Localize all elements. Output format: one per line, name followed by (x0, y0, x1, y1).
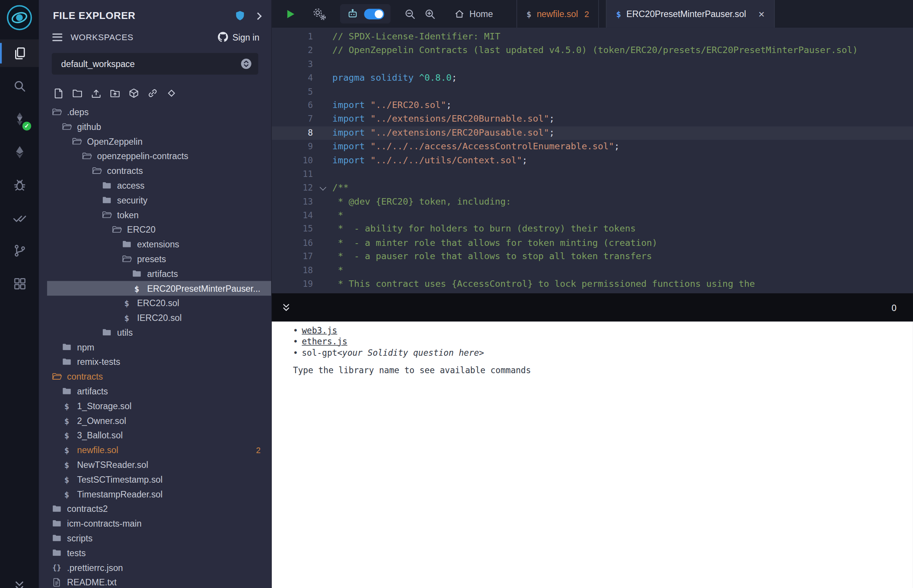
new-folder-icon[interactable] (72, 87, 83, 99)
code-line-text: * - a pauser role that allows to stop al… (332, 250, 913, 264)
terminal-link[interactable]: ethers.js (302, 336, 347, 347)
tree-item-contracts[interactable]: contracts (47, 163, 271, 178)
code-line[interactable]: 3 (272, 58, 913, 71)
tree-item-extensions[interactable]: extensions (47, 237, 271, 252)
tree-item-utils[interactable]: utils (47, 325, 271, 340)
tree-item-readme-txt[interactable]: README.txt (47, 575, 271, 588)
tree-item-contracts2[interactable]: contracts2 (47, 501, 271, 516)
expand-terminal-icon[interactable] (281, 302, 291, 312)
terminal-output[interactable]: •web3.js•ethers.js•sol-gpt <your Solidit… (272, 321, 913, 588)
sidebar-item-deploy-run[interactable] (0, 138, 39, 166)
code-line[interactable]: 5 (272, 85, 913, 99)
sidebar-item-solidity-compiler[interactable]: ✓ (0, 105, 39, 133)
tree-item-timestampreader-sol[interactable]: $TimestampReader.sol (47, 487, 271, 502)
settings-gears-icon[interactable] (312, 6, 327, 21)
fold-gutter (313, 30, 332, 44)
remix-logo[interactable] (6, 4, 33, 31)
tree-item-scripts[interactable]: scripts (47, 531, 271, 546)
tree-item-deps[interactable]: .deps (47, 105, 271, 120)
tree-item-prettierrc-json[interactable]: {}.prettierrc.json (47, 561, 271, 575)
upload-folder-icon[interactable] (110, 87, 121, 99)
collapse-sidebar-icon[interactable] (0, 580, 39, 588)
ai-copilot-toggle[interactable] (340, 4, 390, 24)
code-line[interactable]: 16 * - a minter role that allows for tok… (272, 236, 913, 250)
tree-item-openzeppelin-contracts[interactable]: openzeppelin-contracts (47, 149, 271, 164)
run-script-button[interactable] (283, 7, 296, 20)
zoom-in-button[interactable] (424, 7, 436, 20)
tree-item-contracts[interactable]: contracts (47, 369, 271, 384)
tree-item-testsctimestamp-sol[interactable]: $TestSCTimestamp.sol (47, 472, 271, 487)
tree-item-remix-tests[interactable]: remix-tests (47, 355, 271, 369)
sidebar-item-file-explorer[interactable] (0, 39, 39, 67)
sidebar-item-unit-testing[interactable] (0, 204, 39, 231)
menu-icon[interactable] (52, 33, 62, 41)
tree-item-access[interactable]: access (47, 178, 271, 193)
sign-in-button[interactable]: Sign in (218, 32, 259, 42)
code-line[interactable]: 14 * (272, 209, 913, 222)
tree-item-artifacts[interactable]: artifacts (47, 267, 271, 281)
code-line-text (332, 168, 913, 181)
file-explorer-icon (12, 46, 27, 61)
sidebar-item-search[interactable] (0, 73, 39, 100)
code-line[interactable]: 4pragma solidity ^0.8.0; (272, 71, 913, 85)
json-file-icon: {} (52, 563, 62, 572)
terminal-link[interactable]: web3.js (302, 325, 337, 336)
tab-home[interactable]: Home (450, 0, 496, 27)
tree-item-tests[interactable]: tests (47, 546, 271, 561)
code-line[interactable]: 7import "../extensions/ERC20Burnable.sol… (272, 113, 913, 126)
code-line[interactable]: 17 * - a pauser role that allows to stop… (272, 250, 913, 264)
close-tab-icon[interactable]: × (758, 8, 764, 19)
code-line[interactable]: 15 * - ability for holders to burn (dest… (272, 222, 913, 236)
sidebar-item-plugin-manager[interactable] (0, 270, 39, 297)
tree-item-github[interactable]: github (47, 120, 271, 134)
toggle-on-icon[interactable] (364, 8, 384, 19)
tree-item-icm-contracts-main[interactable]: icm-contracts-main (47, 516, 271, 531)
code-line[interactable]: 13 * @dev {ERC20} token, including: (272, 195, 913, 209)
tree-item-3-ballot-sol[interactable]: $3_Ballot.sol (47, 428, 271, 443)
tree-item-newfile-sol[interactable]: $newfile.sol2 (47, 443, 271, 457)
tree-item-npm[interactable]: npm (47, 340, 271, 355)
code-line[interactable]: 2// OpenZeppelin Contracts (last updated… (272, 44, 913, 57)
tab-label: newfile.sol (537, 9, 578, 19)
workspace-name: default_workspace (61, 59, 134, 69)
sidebar-item-git[interactable] (0, 237, 39, 265)
workspace-select[interactable]: default_workspace (52, 53, 259, 74)
tree-item-erc20-sol[interactable]: $ERC20.sol (47, 296, 271, 310)
workspace-caret-icon (240, 58, 253, 70)
tree-item-label: artifacts (147, 269, 178, 278)
cube-icon[interactable] (128, 87, 139, 99)
home-icon (454, 8, 465, 19)
tree-item-1-storage-sol[interactable]: $1_Storage.sol (47, 399, 271, 414)
code-line[interactable]: 18 * (272, 264, 913, 277)
code-line[interactable]: 11 (272, 168, 913, 181)
code-line[interactable]: 9import "../../../access/AccessControlEn… (272, 140, 913, 153)
upload-file-icon[interactable] (91, 87, 102, 99)
tree-item-security[interactable]: security (47, 193, 271, 208)
code-line[interactable]: 19 * This contract uses {AccessControl} … (272, 277, 913, 291)
chevron-right-icon[interactable] (254, 12, 262, 20)
tab-erc20-preset-minter-pauser-sol[interactable]: $ ERC20PresetMinterPauser.sol × (606, 0, 775, 27)
tree-item-artifacts[interactable]: artifacts (47, 384, 271, 399)
diamond-icon[interactable] (166, 87, 177, 99)
tree-item-presets[interactable]: presets (47, 252, 271, 267)
tree-item-erc20[interactable]: ERC20 (47, 222, 271, 237)
tab-newfile-sol[interactable]: $ newfile.sol 2 (516, 0, 599, 27)
tree-item-openzeppelin[interactable]: OpenZeppelin (47, 134, 271, 149)
new-file-icon[interactable] (53, 87, 64, 99)
tree-item-2-owner-sol[interactable]: $2_Owner.sol (47, 414, 271, 428)
code-line[interactable]: 1// SPDX-License-Identifier: MIT (272, 30, 913, 44)
tree-item-ierc20-sol[interactable]: $IERC20.sol (47, 310, 271, 325)
code-line[interactable]: 12/** (272, 181, 913, 195)
fold-chevron-icon[interactable] (313, 181, 332, 195)
tree-item-label: npm (77, 342, 94, 352)
tree-item-token[interactable]: token (47, 208, 271, 222)
code-editor[interactable]: 1// SPDX-License-Identifier: MIT2// Open… (272, 27, 913, 293)
zoom-out-button[interactable] (403, 7, 416, 20)
code-line[interactable]: 10import "../../../utils/Context.sol"; (272, 154, 913, 168)
code-line[interactable]: 6import "../ERC20.sol"; (272, 99, 913, 113)
sidebar-item-debugger[interactable] (0, 171, 39, 199)
code-line[interactable]: 8import "../extensions/ERC20Pausable.sol… (272, 126, 913, 140)
tree-item-erc20presetminterpauser[interactable]: $ERC20PresetMinterPauser... (47, 281, 271, 296)
link-icon[interactable] (147, 87, 158, 99)
tree-item-newtsreader-sol[interactable]: $NewTSReader.sol (47, 457, 271, 472)
